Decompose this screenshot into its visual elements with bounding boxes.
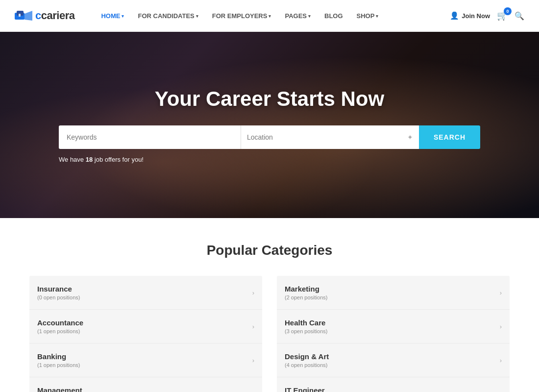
job-offers-text: We have 18 job offers for you!: [59, 156, 480, 163]
nav-blog[interactable]: BLOG: [318, 0, 350, 32]
nav-home[interactable]: HOME ▾: [94, 0, 131, 32]
category-item[interactable]: Management (2 open positions) ›: [29, 377, 262, 392]
search-bar: ✦ SEARCH: [59, 125, 480, 149]
category-item[interactable]: Marketing (2 open positions) ›: [277, 276, 510, 310]
category-info: Design & Art (4 open positions): [285, 352, 329, 368]
category-name: Insurance: [37, 285, 80, 293]
categories-section: Popular Categories Insurance (0 open pos…: [0, 218, 539, 392]
logo-icon: [15, 9, 32, 23]
nav-shop[interactable]: SHOP ▾: [350, 0, 386, 32]
categories-grid: Insurance (0 open positions) › Accountan…: [29, 276, 510, 392]
logo-text: ccariera: [35, 9, 74, 22]
category-name: Marketing: [285, 285, 327, 293]
category-arrow-icon: ›: [500, 323, 502, 330]
category-arrow-icon: ›: [500, 391, 502, 392]
hero-title: Your Career Starts Now: [29, 87, 510, 111]
categories-left-column: Insurance (0 open positions) › Accountan…: [29, 276, 262, 392]
category-name: IT Engineer: [285, 386, 327, 392]
category-info: Health Care (3 open positions): [285, 318, 327, 334]
svg-rect-3: [19, 14, 21, 17]
category-arrow-icon: ›: [252, 391, 254, 392]
svg-marker-2: [24, 11, 32, 21]
category-info: Accountance (1 open positions): [37, 318, 83, 334]
category-info: Marketing (2 open positions): [285, 285, 327, 300]
join-now-button[interactable]: 👤 Join Now: [450, 11, 490, 20]
hero-content: Your Career Starts Now ✦ SEARCH We have …: [0, 87, 539, 163]
category-item[interactable]: Design & Art (4 open positions) ›: [277, 343, 510, 377]
category-item[interactable]: IT Engineer (5 open positions) ›: [277, 377, 510, 392]
category-name: Management: [37, 386, 82, 392]
category-name: Accountance: [37, 318, 83, 327]
category-name: Banking: [37, 352, 80, 361]
employers-chevron-icon: ▾: [269, 14, 271, 19]
nav-right: 👤 Join Now 🛒 0 🔍: [450, 10, 524, 21]
category-arrow-icon: ›: [500, 357, 502, 364]
category-info: Insurance (0 open positions): [37, 285, 80, 300]
category-info: Management (2 open positions): [37, 386, 82, 392]
nav-pages[interactable]: PAGES ▾: [278, 0, 318, 32]
hero-section: Your Career Starts Now ✦ SEARCH We have …: [0, 32, 539, 218]
category-arrow-icon: ›: [252, 323, 254, 330]
nav-links: HOME ▾ FOR CANDIDATES ▾ FOR EMPLOYERS ▾ …: [94, 0, 450, 32]
pages-chevron-icon: ▾: [308, 14, 311, 19]
category-count: (4 open positions): [285, 362, 329, 368]
logo[interactable]: ccariera: [15, 9, 74, 23]
category-count: (0 open positions): [37, 294, 80, 300]
nav-for-candidates[interactable]: FOR CANDIDATES ▾: [131, 0, 205, 32]
keywords-input[interactable]: [59, 125, 241, 149]
category-arrow-icon: ›: [500, 289, 502, 296]
section-title: Popular Categories: [29, 243, 510, 258]
person-icon: 👤: [450, 11, 459, 20]
category-count: (1 open positions): [37, 328, 83, 334]
category-arrow-icon: ›: [252, 289, 254, 296]
category-count: (3 open positions): [285, 328, 327, 334]
navbar: ccariera HOME ▾ FOR CANDIDATES ▾ FOR EMP…: [0, 0, 539, 32]
category-item[interactable]: Accountance (1 open positions) ›: [29, 310, 262, 343]
nav-for-employers[interactable]: FOR EMPLOYERS ▾: [205, 0, 278, 32]
category-item[interactable]: Health Care (3 open positions) ›: [277, 310, 510, 343]
category-arrow-icon: ›: [252, 357, 254, 364]
search-icon[interactable]: 🔍: [514, 11, 524, 21]
category-item[interactable]: Banking (1 open positions) ›: [29, 343, 262, 377]
location-pin-icon[interactable]: ✦: [407, 133, 413, 141]
category-count: (1 open positions): [37, 362, 80, 368]
cart-badge: 0: [504, 7, 512, 15]
categories-right-column: Marketing (2 open positions) › Health Ca…: [277, 276, 510, 392]
location-input-wrapper: ✦: [241, 125, 419, 149]
cart-button[interactable]: 🛒 0: [497, 10, 508, 21]
job-count: 18: [86, 156, 93, 163]
search-button[interactable]: SEARCH: [419, 125, 480, 149]
category-name: Design & Art: [285, 352, 329, 361]
category-count: (2 open positions): [285, 294, 327, 300]
location-input[interactable]: [247, 133, 407, 141]
candidates-chevron-icon: ▾: [196, 14, 198, 19]
home-chevron-icon: ▾: [122, 14, 124, 19]
category-info: IT Engineer (5 open positions): [285, 386, 327, 392]
category-item[interactable]: Insurance (0 open positions) ›: [29, 276, 262, 310]
category-name: Health Care: [285, 318, 327, 327]
shop-chevron-icon: ▾: [376, 14, 378, 19]
category-info: Banking (1 open positions): [37, 352, 80, 368]
